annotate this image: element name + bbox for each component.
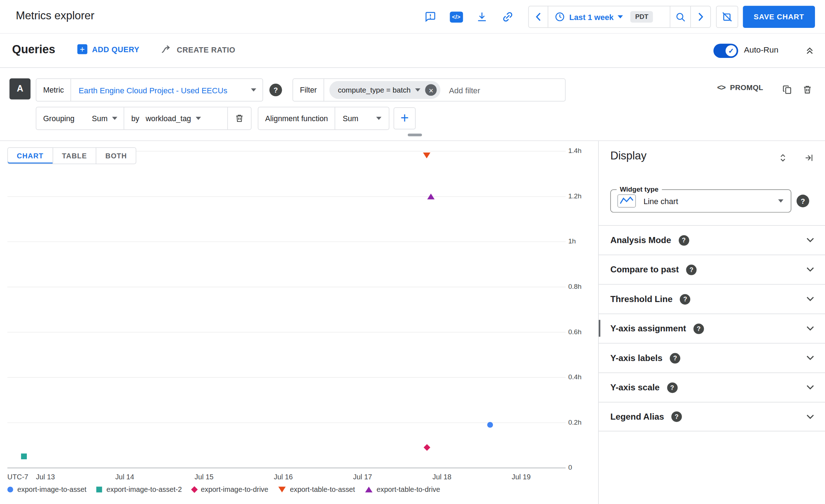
legend-item-export-image-to-drive[interactable]: export-image-to-drive bbox=[192, 485, 268, 493]
chevron-down-icon[interactable] bbox=[806, 267, 814, 272]
save-chart-button[interactable]: SAVE CHART bbox=[743, 6, 815, 28]
chevron-down-icon[interactable] bbox=[806, 356, 814, 360]
display-section-analysis-mode[interactable]: Analysis Mode? bbox=[599, 225, 825, 255]
chevron-down-icon[interactable] bbox=[806, 414, 814, 419]
data-point-export-table-to-drive[interactable] bbox=[427, 193, 435, 199]
promql-label: PROMQL bbox=[730, 83, 763, 92]
display-panel-title: Display bbox=[610, 149, 646, 162]
x-axis-tick-label: Jul 18 bbox=[433, 473, 451, 481]
metric-help-icon[interactable]: ? bbox=[270, 84, 282, 96]
gridline bbox=[8, 196, 566, 197]
time-range-dropdown[interactable]: Last 1 week PDT bbox=[548, 6, 670, 28]
filter-clear-button[interactable]: × bbox=[425, 84, 437, 95]
tab-table[interactable]: TABLE bbox=[53, 147, 97, 164]
auto-zoom-off-button[interactable] bbox=[716, 6, 738, 28]
collapse-panel-button[interactable] bbox=[802, 150, 816, 165]
section-title: Compare to past bbox=[610, 265, 679, 275]
add-processing-step-button[interactable]: + bbox=[394, 107, 416, 129]
add-query-button[interactable]: + ADD QUERY bbox=[77, 44, 139, 54]
auto-run-toggle[interactable]: ✓ bbox=[713, 44, 738, 58]
feedback-button[interactable] bbox=[421, 8, 439, 26]
skip-to-right-icon bbox=[805, 153, 814, 162]
zoom-search-button[interactable] bbox=[670, 6, 691, 28]
section-title: Legend Alias bbox=[610, 412, 664, 422]
section-help-icon[interactable]: ? bbox=[678, 235, 689, 245]
legend-item-export-image-to-asset-2[interactable]: export-image-to-asset-2 bbox=[97, 485, 182, 493]
widget-type-help-icon[interactable]: ? bbox=[796, 195, 809, 207]
share-link-button[interactable] bbox=[499, 8, 517, 26]
filter-control: Filter compute_type = batch × bbox=[292, 78, 565, 102]
group-by-dropdown[interactable]: workload_tag bbox=[145, 114, 191, 123]
chevron-right-icon bbox=[697, 12, 704, 21]
metric-selector[interactable]: Metric Earth Engine Cloud Project - Used… bbox=[36, 78, 263, 102]
resize-drag-handle[interactable] bbox=[408, 134, 422, 136]
chart-legend: export-image-to-assetexport-image-to-ass… bbox=[8, 485, 440, 493]
chevron-down-icon[interactable] bbox=[806, 385, 814, 390]
chevron-down-icon[interactable] bbox=[806, 326, 814, 331]
display-section-y-axis-assignment[interactable]: Y-axis assignment? bbox=[599, 313, 825, 343]
section-help-icon[interactable]: ? bbox=[680, 294, 690, 304]
panel-scrollbar-thumb[interactable] bbox=[599, 320, 600, 337]
legend-item-export-table-to-asset[interactable]: export-table-to-asset bbox=[278, 485, 355, 493]
chevron-left-icon bbox=[535, 12, 542, 21]
section-help-icon[interactable]: ? bbox=[670, 353, 680, 363]
collapse-queries-button[interactable] bbox=[801, 41, 819, 59]
section-help-icon[interactable]: ? bbox=[686, 265, 697, 275]
add-box-icon: + bbox=[77, 44, 87, 54]
x-axis-timezone-label: UTC-7 bbox=[8, 473, 29, 481]
add-filter-input[interactable] bbox=[449, 85, 523, 94]
expand-all-sections-button[interactable] bbox=[776, 150, 790, 165]
tab-chart[interactable]: CHART bbox=[8, 147, 53, 164]
display-section-y-axis-scale[interactable]: Y-axis scale? bbox=[599, 372, 825, 402]
display-section-compare-to-past[interactable]: Compare to past? bbox=[599, 255, 825, 284]
y-axis-tick-label: 0.2h bbox=[568, 418, 582, 426]
legend-label: export-image-to-asset-2 bbox=[107, 485, 182, 493]
duplicate-query-button[interactable] bbox=[779, 81, 795, 97]
grouping-label: Grouping bbox=[36, 114, 81, 123]
query-builder: A Metric Earth Engine Cloud Project - Us… bbox=[0, 68, 825, 141]
trash-icon bbox=[234, 114, 244, 123]
section-help-icon[interactable]: ? bbox=[693, 323, 704, 333]
caret-down-icon bbox=[618, 15, 623, 19]
remove-grouping-button[interactable] bbox=[228, 107, 251, 129]
display-section-y-axis-labels[interactable]: Y-axis labels? bbox=[599, 343, 825, 372]
download-icon bbox=[476, 11, 488, 23]
auto-run-label: Auto-Run bbox=[744, 45, 778, 55]
y-axis-tick-label: 0.8h bbox=[568, 282, 582, 290]
data-point-export-table-to-asset[interactable] bbox=[423, 153, 431, 158]
display-section-legend-alias[interactable]: Legend Alias? bbox=[599, 402, 825, 431]
caret-down-icon bbox=[196, 117, 201, 120]
legend-label: export-table-to-asset bbox=[290, 485, 355, 493]
time-forward-button[interactable] bbox=[691, 6, 710, 28]
double-chevron-up-icon bbox=[805, 45, 815, 56]
triangle-down-marker-icon bbox=[278, 486, 286, 492]
section-help-icon[interactable]: ? bbox=[671, 411, 682, 422]
legend-item-export-table-to-drive[interactable]: export-table-to-drive bbox=[365, 485, 440, 493]
section-help-icon[interactable]: ? bbox=[667, 382, 677, 392]
queries-bar: Queries + ADD QUERY CREATE RATIO ✓ Auto-… bbox=[0, 34, 825, 68]
data-point-export-image-to-asset-2[interactable] bbox=[21, 454, 27, 459]
circle-marker-icon bbox=[8, 486, 13, 492]
download-button[interactable] bbox=[473, 8, 491, 26]
widget-type-dropdown[interactable]: Widget type Line chart bbox=[610, 189, 791, 213]
page-title: Metrics explorer bbox=[16, 9, 94, 22]
data-point-export-image-to-drive[interactable] bbox=[424, 444, 430, 451]
display-panel: Display Widget type Line chart ? Analysi… bbox=[598, 141, 825, 504]
chevron-down-icon[interactable] bbox=[806, 238, 814, 242]
feedback-icon bbox=[425, 11, 436, 23]
tab-both[interactable]: BOTH bbox=[96, 147, 136, 164]
gridline bbox=[8, 242, 566, 242]
time-back-button[interactable] bbox=[529, 6, 548, 28]
widget-type-label: Widget type bbox=[617, 185, 662, 193]
chevron-down-icon[interactable] bbox=[806, 297, 814, 301]
delete-query-button[interactable] bbox=[799, 81, 815, 97]
display-section-threshold-line[interactable]: Threshold Line? bbox=[599, 284, 825, 313]
promql-button[interactable]: <> PROMQL bbox=[717, 83, 763, 92]
grouping-aggregator-dropdown[interactable]: Sum bbox=[81, 114, 108, 123]
filter-chip[interactable]: compute_type = batch × bbox=[330, 81, 441, 99]
create-ratio-button[interactable]: CREATE RATIO bbox=[160, 44, 236, 56]
alignment-function-dropdown[interactable]: Sum bbox=[335, 114, 359, 123]
data-point-export-image-to-asset[interactable] bbox=[487, 422, 493, 428]
legend-item-export-image-to-asset[interactable]: export-image-to-asset bbox=[8, 485, 87, 493]
view-as-code-button[interactable]: </> bbox=[447, 8, 465, 26]
